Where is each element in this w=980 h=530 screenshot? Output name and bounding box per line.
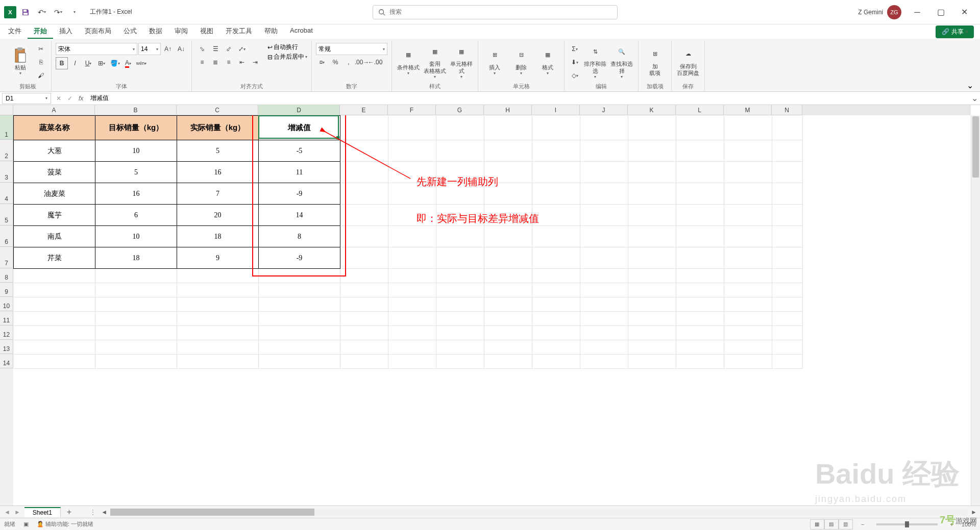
cell-L7[interactable] — [676, 247, 724, 269]
col-header-N[interactable]: N — [772, 105, 802, 115]
cell-B4[interactable]: 16 — [95, 183, 177, 205]
sheet-tab-active[interactable]: Sheet1 — [24, 507, 61, 517]
cell-M4[interactable] — [724, 183, 772, 205]
copy-icon[interactable]: ⎘ — [35, 56, 47, 68]
page-break-view-icon[interactable]: ▥ — [839, 519, 853, 529]
cell-F9[interactable] — [388, 283, 436, 297]
cell-H7[interactable] — [484, 247, 532, 269]
redo-icon[interactable]: ↷▾ — [51, 5, 65, 19]
cell-C12[interactable] — [177, 326, 259, 340]
menu-tab-0[interactable]: 文件 — [2, 24, 28, 39]
cell-F12[interactable] — [388, 326, 436, 340]
wrap-text-button[interactable]: ↩自动换行 — [267, 43, 307, 52]
addins-button[interactable]: ⊞加 载项 — [643, 43, 667, 80]
cell-C3[interactable]: 16 — [177, 162, 259, 183]
cell-D9[interactable] — [259, 283, 340, 297]
cell-I11[interactable] — [532, 312, 580, 326]
cell-E7[interactable] — [340, 247, 388, 269]
name-box[interactable]: D1▾ — [2, 93, 51, 104]
cell-A13[interactable] — [14, 340, 95, 355]
zoom-slider[interactable] — [876, 523, 938, 525]
user-info[interactable]: Z Gemini ZG — [858, 5, 901, 19]
indent-increase-icon[interactable]: ⇥ — [249, 56, 261, 68]
cell-D4[interactable]: -9 — [259, 183, 340, 205]
cell-E9[interactable] — [340, 283, 388, 297]
menu-tab-10[interactable]: Acrobat — [284, 24, 319, 39]
cell-N7[interactable] — [772, 247, 803, 269]
cell-A3[interactable]: 菠菜 — [14, 162, 95, 183]
increase-decimal-icon[interactable]: .00→ — [356, 56, 368, 68]
bold-button[interactable]: B — [56, 57, 68, 69]
maximize-button[interactable]: ▢ — [929, 4, 952, 20]
cell-E4[interactable] — [340, 183, 388, 205]
fx-icon[interactable]: fx — [76, 95, 86, 102]
cell-D5[interactable]: 14 — [259, 205, 340, 226]
cell-J5[interactable] — [580, 205, 628, 226]
cell-H6[interactable] — [484, 226, 532, 247]
cell-I3[interactable] — [532, 162, 580, 183]
align-bottom-icon[interactable]: ⬃ — [223, 43, 235, 55]
row-header-10[interactable]: 10 — [0, 297, 13, 311]
cell-I7[interactable] — [532, 247, 580, 269]
cell-C13[interactable] — [177, 340, 259, 355]
cell-H2[interactable] — [484, 140, 532, 162]
col-header-K[interactable]: K — [628, 105, 676, 115]
sort-filter-button[interactable]: ⇅排序和筛选▾ — [583, 43, 607, 80]
menu-tab-6[interactable]: 审阅 — [168, 24, 194, 39]
vertical-scrollbar[interactable] — [971, 115, 980, 506]
cell-A12[interactable] — [14, 326, 95, 340]
confirm-formula-icon[interactable]: ✓ — [64, 93, 76, 104]
cell-C1[interactable]: 实际销量（kg） — [177, 116, 259, 140]
cell-A8[interactable] — [14, 269, 95, 283]
fill-color-button[interactable]: 🪣▾ — [109, 57, 121, 69]
cell-E10[interactable] — [340, 297, 388, 312]
cell-E13[interactable] — [340, 340, 388, 355]
cell-G12[interactable] — [436, 326, 484, 340]
font-size-select[interactable]: 14▾ — [138, 43, 161, 55]
zoom-out-icon[interactable]: − — [861, 521, 864, 527]
cell-H12[interactable] — [484, 326, 532, 340]
comma-icon[interactable]: , — [342, 56, 355, 68]
save-icon[interactable] — [18, 5, 33, 19]
cell-K9[interactable] — [628, 283, 676, 297]
cell-G10[interactable] — [436, 297, 484, 312]
menu-tab-9[interactable]: 帮助 — [258, 24, 284, 39]
add-sheet-button[interactable]: + — [61, 508, 78, 517]
cell-A5[interactable]: 魔芋 — [14, 205, 95, 226]
row-header-2[interactable]: 2 — [0, 140, 13, 161]
find-select-button[interactable]: 🔍查找和选择▾ — [609, 43, 634, 80]
cell-L13[interactable] — [676, 340, 724, 355]
cell-A9[interactable] — [14, 283, 95, 297]
col-header-M[interactable]: M — [724, 105, 772, 115]
row-header-12[interactable]: 12 — [0, 325, 13, 340]
cell-N14[interactable] — [772, 355, 803, 369]
cell-M8[interactable] — [724, 269, 772, 283]
cell-A1[interactable]: 蔬菜名称 — [14, 116, 95, 140]
font-color-button[interactable]: A▾ — [122, 57, 134, 69]
italic-button[interactable]: I — [69, 57, 81, 69]
cell-C8[interactable] — [177, 269, 259, 283]
cell-E6[interactable] — [340, 226, 388, 247]
cell-K4[interactable] — [628, 183, 676, 205]
cell-G14[interactable] — [436, 355, 484, 369]
cell-K8[interactable] — [628, 269, 676, 283]
col-header-C[interactable]: C — [177, 105, 258, 115]
cell-N2[interactable] — [772, 140, 803, 162]
cell-L5[interactable] — [676, 205, 724, 226]
cell-H8[interactable] — [484, 269, 532, 283]
cell-B8[interactable] — [95, 269, 177, 283]
cell-K12[interactable] — [628, 326, 676, 340]
cell-N8[interactable] — [772, 269, 803, 283]
cell-N4[interactable] — [772, 183, 803, 205]
cell-L1[interactable] — [676, 116, 724, 140]
cell-styles-button[interactable]: ▦单元格样式▾ — [449, 43, 474, 80]
cell-G6[interactable] — [436, 226, 484, 247]
cell-B2[interactable]: 10 — [95, 140, 177, 162]
cell-B10[interactable] — [95, 297, 177, 312]
cell-M12[interactable] — [724, 326, 772, 340]
cell-E11[interactable] — [340, 312, 388, 326]
cell-I13[interactable] — [532, 340, 580, 355]
menu-tab-2[interactable]: 插入 — [53, 24, 79, 39]
undo-icon[interactable]: ↶▾ — [35, 5, 49, 19]
cell-B12[interactable] — [95, 326, 177, 340]
